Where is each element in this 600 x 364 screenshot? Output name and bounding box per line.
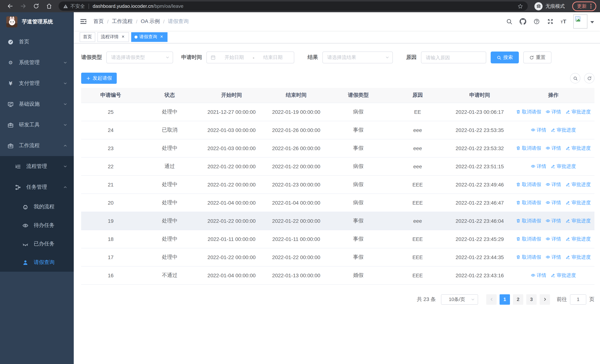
sidebar-item-home[interactable]: 首页 xyxy=(0,31,74,52)
sidebar-item-payment[interactable]: ¥支付管理 xyxy=(0,73,74,94)
cancel-leave-link[interactable]: 取消请假 xyxy=(516,235,541,242)
breadcrumb-item[interactable]: 工作流程 xyxy=(112,18,133,25)
detail-link[interactable]: 详情 xyxy=(531,272,546,279)
detail-link[interactable]: 详情 xyxy=(545,199,561,206)
toggle-search-button[interactable] xyxy=(570,73,580,84)
approval-progress-link[interactable]: 审批进度 xyxy=(565,145,591,151)
font-size-icon[interactable]: TT xyxy=(561,18,566,25)
refresh-icon xyxy=(529,55,534,60)
table-row: 18处理中2022-01-11 00:00:002022-01-11 00:00… xyxy=(81,230,594,248)
address-bar[interactable]: 不安全 dashboard.yudao.iocoder.cn /bpm/oa/l… xyxy=(58,1,528,11)
apply-time-range-picker[interactable]: 开始日期 - 结束日期 xyxy=(206,52,294,63)
browser-toolbar: 不安全 dashboard.yudao.iocoder.cn /bpm/oa/l… xyxy=(0,0,600,12)
result-select[interactable]: 请选择流结果 xyxy=(322,52,393,63)
page-button-3[interactable]: 3 xyxy=(526,294,537,305)
approval-progress-link[interactable]: 审批进度 xyxy=(565,108,591,115)
browser-update-button[interactable]: 更新 xyxy=(572,1,596,11)
approval-progress-link[interactable]: 审批进度 xyxy=(551,272,576,279)
cancel-leave-link[interactable]: 取消请假 xyxy=(516,254,541,260)
page-size-select[interactable]: 10条/页 xyxy=(441,294,478,305)
sidebar-item-done-tasks[interactable]: 已办任务 xyxy=(0,235,74,253)
browser-home-icon[interactable] xyxy=(46,3,52,9)
sidebar-item-label: 系统管理 xyxy=(19,59,40,66)
result-label: 结果 xyxy=(308,54,318,61)
sidebar-item-my-process[interactable]: 我的流程 xyxy=(0,197,74,216)
refresh-table-button[interactable] xyxy=(584,73,594,84)
table-row: 22通过2022-01-22 00:00:002022-01-22 00:00:… xyxy=(81,157,594,175)
search-button[interactable]: 搜索 xyxy=(491,52,519,63)
trash-icon xyxy=(516,109,521,114)
avatar[interactable] xyxy=(573,14,587,28)
leave-table: 申请编号状态开始时间结束时间请假类型原因申请时间操作 25处理中2021-12-… xyxy=(81,88,594,284)
reason-input[interactable] xyxy=(421,52,486,63)
edit-icon xyxy=(565,182,570,187)
cancel-leave-link[interactable]: 取消请假 xyxy=(516,108,541,115)
sidebar-item-system[interactable]: ⚙系统管理 xyxy=(0,52,74,73)
page-button-1[interactable]: 1 xyxy=(500,294,510,305)
approval-progress-link[interactable]: 审批进度 xyxy=(565,217,591,224)
breadcrumb-item[interactable]: 首页 xyxy=(94,18,104,25)
sidebar-toggle-icon[interactable] xyxy=(80,18,87,25)
sidebar-item-todo-tasks[interactable]: 待办任务 xyxy=(0,216,74,235)
sidebar-item-workflow[interactable]: 工作流程 xyxy=(0,135,74,156)
detail-link[interactable]: 详情 xyxy=(545,145,561,151)
next-page-button[interactable] xyxy=(540,294,550,305)
goto-page-input[interactable] xyxy=(570,294,586,305)
detail-link[interactable]: 详情 xyxy=(545,108,561,115)
cell-status: 处理中 xyxy=(140,212,199,230)
sidebar-item-infrastructure[interactable]: 基础设施 xyxy=(0,94,74,114)
browser-reload-icon[interactable] xyxy=(33,3,39,9)
approval-progress-link[interactable]: 审批进度 xyxy=(551,127,576,133)
sidebar-item-devtools[interactable]: 研发工具 xyxy=(0,114,74,135)
table-row: 23处理中2022-01-03 00:00:002022-01-26 00:00… xyxy=(81,139,594,157)
sidebar-item-label: 我的流程 xyxy=(34,204,55,210)
edit-icon xyxy=(565,255,570,260)
approval-progress-link[interactable]: 审批进度 xyxy=(565,181,591,188)
fullscreen-icon[interactable] xyxy=(547,18,553,25)
detail-link[interactable]: 详情 xyxy=(531,163,546,169)
page-button-2[interactable]: 2 xyxy=(513,294,523,305)
detail-link[interactable]: 详情 xyxy=(545,181,561,188)
cancel-leave-link[interactable]: 取消请假 xyxy=(516,145,541,151)
breadcrumb-item[interactable]: OA 示例 xyxy=(141,18,160,25)
view-icon xyxy=(545,146,550,150)
bookmark-star-icon[interactable] xyxy=(517,3,523,9)
leave-type-select[interactable]: 请选择请假类型 xyxy=(106,52,173,63)
security-warning[interactable]: 不安全 xyxy=(63,3,85,9)
prev-page-button[interactable] xyxy=(486,294,497,305)
help-icon[interactable] xyxy=(533,18,540,25)
cell-id: 20 xyxy=(81,194,140,212)
detail-link[interactable]: 详情 xyxy=(545,235,561,242)
eye-icon xyxy=(22,222,28,229)
approval-progress-link[interactable]: 审批进度 xyxy=(551,163,576,169)
close-icon[interactable]: × xyxy=(159,34,164,39)
cancel-leave-link[interactable]: 取消请假 xyxy=(516,199,541,206)
cancel-leave-link[interactable]: 取消请假 xyxy=(516,217,541,224)
reset-button[interactable]: 重置 xyxy=(523,52,552,63)
approval-progress-link[interactable]: 审批进度 xyxy=(565,199,591,206)
edit-icon xyxy=(565,109,570,114)
sidebar-item-process-mgmt[interactable]: 流程管理 xyxy=(0,156,74,177)
browser-back-icon[interactable] xyxy=(7,3,13,9)
org-tree-icon xyxy=(15,184,21,190)
sidebar-item-task-mgmt[interactable]: 任务管理 xyxy=(0,177,74,197)
cancel-leave-link[interactable]: 取消请假 xyxy=(516,181,541,188)
detail-link[interactable]: 详情 xyxy=(531,127,546,133)
approval-progress-link[interactable]: 审批进度 xyxy=(565,235,591,242)
header-search-icon[interactable] xyxy=(506,18,512,25)
github-icon[interactable] xyxy=(519,18,526,25)
tab-首页[interactable]: 首页 xyxy=(80,32,95,42)
app-logo[interactable]: 芋道管理系统 xyxy=(0,12,74,31)
approval-progress-link[interactable]: 审批进度 xyxy=(565,254,591,260)
browser-menu-icon[interactable] xyxy=(590,4,591,9)
avatar-caret-icon[interactable] xyxy=(590,21,594,25)
detail-link[interactable]: 详情 xyxy=(545,217,561,224)
detail-link[interactable]: 详情 xyxy=(545,254,561,260)
create-leave-button[interactable]: 发起请假 xyxy=(81,73,117,84)
browser-forward-icon[interactable] xyxy=(20,3,26,9)
sidebar-item-leave-query[interactable]: 请假查询 xyxy=(0,253,74,272)
cell-actions: 取消请假详情审批进度 xyxy=(512,175,594,194)
close-icon[interactable]: × xyxy=(121,34,126,39)
tab-请假查询[interactable]: 请假查询× xyxy=(131,32,168,42)
tab-流程详情[interactable]: 流程详情× xyxy=(97,32,129,42)
